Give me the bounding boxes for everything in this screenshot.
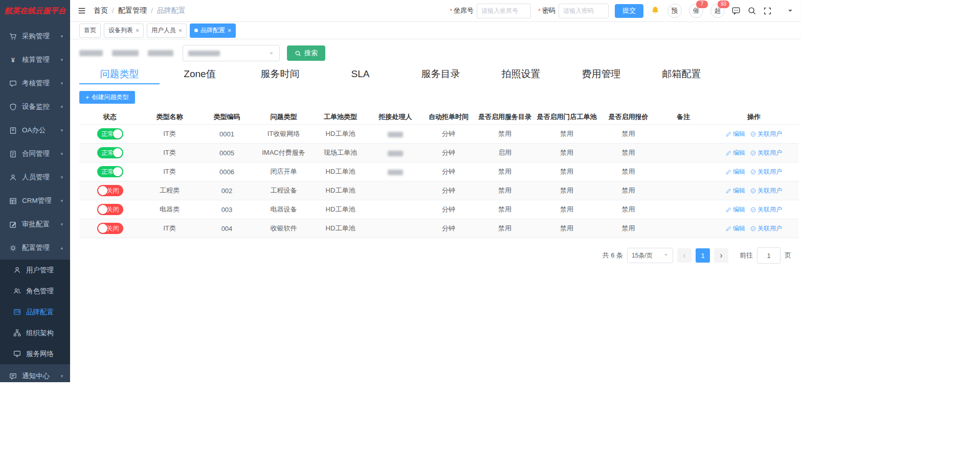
cell-quote: 禁用 (599, 144, 658, 162)
edit-link[interactable]: 编辑 (726, 130, 745, 138)
sidebar-item-approval[interactable]: 审批配置 (0, 213, 70, 236)
create-type-button[interactable]: + 创建问题类型 (79, 91, 135, 104)
sidebar-item-notify-center[interactable]: 通知中心 (0, 364, 70, 382)
chevron-down-icon (60, 58, 64, 62)
cell-actions: 编辑关联用户 (709, 200, 799, 219)
contract-icon (9, 150, 17, 158)
edit-link[interactable]: 编辑 (726, 149, 745, 157)
status-switch[interactable]: 关闭 (97, 223, 123, 234)
status-switch[interactable]: 关闭 (97, 204, 123, 215)
sidebar-item-config[interactable]: 配置管理 (0, 236, 70, 260)
page-tab-sla[interactable]: SLA (320, 65, 400, 84)
sidebar-item-oa-office[interactable]: OA办公 (0, 119, 70, 142)
cell-auto_reject: 分钟 (422, 181, 475, 200)
password-input[interactable] (559, 4, 609, 18)
circle-button-yu[interactable]: 预 (667, 4, 682, 18)
page-tab-photo-settings[interactable]: 拍照设置 (481, 65, 561, 84)
tab-device-list[interactable]: 设备列表× (104, 24, 144, 38)
link-user-link[interactable]: 关联用户 (750, 130, 782, 138)
main-content: 搜索 问题类型Zone值服务时间SLA服务目录拍照设置费用管理邮箱配置 + 创建… (70, 39, 800, 382)
link-user-link[interactable]: 关联用户 (750, 149, 782, 157)
chevron-down-icon (60, 105, 64, 109)
sidebar-subitem-role-mgmt[interactable]: 角色管理 (0, 281, 70, 301)
filter-bar: 搜索 (79, 44, 791, 62)
status-switch[interactable]: 关闭 (97, 185, 123, 196)
cell-service_catalog: 禁用 (475, 181, 534, 200)
screen: 航英在线云服平台 采购管理¥核算管理考核管理设备监控OA办公合同管理人员管理CR… (0, 0, 980, 467)
cell-reject_handler (369, 219, 422, 238)
caret-down-icon[interactable] (787, 8, 793, 14)
sidebar-subitem-service-network[interactable]: 服务网络 (0, 343, 70, 364)
status-switch[interactable]: 正常 (97, 147, 123, 158)
message-icon[interactable] (731, 6, 741, 15)
sidebar-subitem-user-mgmt[interactable]: 用户管理 (0, 260, 70, 281)
page-tab-service-time[interactable]: 服务时间 (240, 65, 320, 84)
yen-icon: ¥ (9, 56, 17, 64)
page-size-select[interactable]: 15条/页 (627, 248, 673, 263)
search-icon[interactable] (747, 6, 756, 15)
table-row: 正常IT类0005IMAC付费服务现场工单池分钟启用禁用禁用编辑关联用户 (79, 144, 799, 162)
filter-select[interactable] (183, 45, 280, 61)
tab-brand-config[interactable]: 品牌配置× (190, 24, 236, 38)
page-tab-zone-value[interactable]: Zone值 (160, 65, 240, 84)
shield-icon (9, 103, 17, 111)
sidebar-item-accounting[interactable]: ¥核算管理 (0, 48, 70, 72)
password-label: 密码 (542, 6, 555, 15)
status-switch[interactable]: 正常 (97, 166, 123, 177)
cell-type_name: 电器类 (141, 200, 198, 219)
link-user-link[interactable]: 关联用户 (750, 205, 782, 214)
cell-type_name: IT类 (141, 162, 198, 181)
cell-status: 关闭 (79, 200, 141, 219)
count-badge: 7 (696, 0, 708, 9)
edit-link[interactable]: 编辑 (726, 224, 745, 233)
cell-actions: 编辑关联用户 (709, 125, 799, 144)
hamburger-menu-icon[interactable] (77, 6, 86, 15)
goto-page-input[interactable] (757, 247, 781, 264)
redacted-value (388, 170, 403, 175)
link-user-link[interactable]: 关联用户 (750, 186, 782, 195)
edit-link[interactable]: 编辑 (726, 186, 745, 195)
tab-user-personnel[interactable]: 用户人员× (147, 24, 187, 38)
next-page-button[interactable]: › (714, 248, 728, 263)
cell-remark (658, 181, 709, 200)
link-user-link[interactable]: 关联用户 (750, 224, 782, 233)
breadcrumb-item[interactable]: 首页 (94, 6, 108, 15)
column-header-problem_type: 问题类型 (255, 109, 312, 125)
breadcrumb-separator: / (151, 7, 153, 15)
sidebar-subitem-org-structure[interactable]: 组织架构 (0, 322, 70, 343)
redacted-select-value (188, 51, 220, 56)
seat-input[interactable] (477, 4, 531, 18)
sidebar-item-assessment[interactable]: 考核管理 (0, 72, 70, 95)
prev-page-button[interactable]: ‹ (677, 248, 692, 263)
password-field-label: * 密码 (538, 6, 555, 15)
current-page-button[interactable]: 1 (696, 248, 710, 263)
sidebar-item-personnel[interactable]: 人员管理 (0, 166, 70, 189)
sidebar-subitem-brand-config[interactable]: 品牌配置 (0, 301, 70, 322)
fullscreen-icon[interactable] (763, 7, 772, 15)
close-icon[interactable]: × (179, 28, 182, 34)
close-icon[interactable]: × (136, 28, 139, 34)
sidebar-item-contract[interactable]: 合同管理 (0, 142, 70, 166)
bell-icon[interactable] (650, 6, 660, 16)
cell-type_code: 002 (198, 181, 255, 200)
cell-type_code: 0001 (198, 125, 255, 144)
sidebar-item-crm[interactable]: CRM管理 (0, 189, 70, 213)
submit-button[interactable]: 提交 (615, 4, 643, 18)
circle-button-chao[interactable]: 超93 (710, 4, 725, 18)
page-tab-service-catalog[interactable]: 服务目录 (400, 65, 481, 84)
sidebar-item-device-monitor[interactable]: 设备监控 (0, 95, 70, 119)
edit-link[interactable]: 编辑 (726, 168, 745, 176)
status-switch[interactable]: 正常 (97, 128, 123, 139)
edit-link[interactable]: 编辑 (726, 205, 745, 214)
page-tab-mailbox-config[interactable]: 邮箱配置 (641, 65, 722, 84)
page-tab-fee-mgmt[interactable]: 费用管理 (561, 65, 641, 84)
search-button[interactable]: 搜索 (287, 45, 325, 61)
circle-button-cui[interactable]: 催7 (689, 4, 703, 18)
cell-auto_reject: 分钟 (422, 144, 475, 162)
breadcrumb-item[interactable]: 配置管理 (118, 6, 147, 15)
close-icon[interactable]: × (228, 28, 231, 34)
tab-home[interactable]: 首页 (79, 24, 101, 38)
link-user-link[interactable]: 关联用户 (750, 168, 782, 176)
page-tab-problem-type[interactable]: 问题类型 (79, 65, 160, 84)
sidebar-item-purchase[interactable]: 采购管理 (0, 25, 70, 48)
